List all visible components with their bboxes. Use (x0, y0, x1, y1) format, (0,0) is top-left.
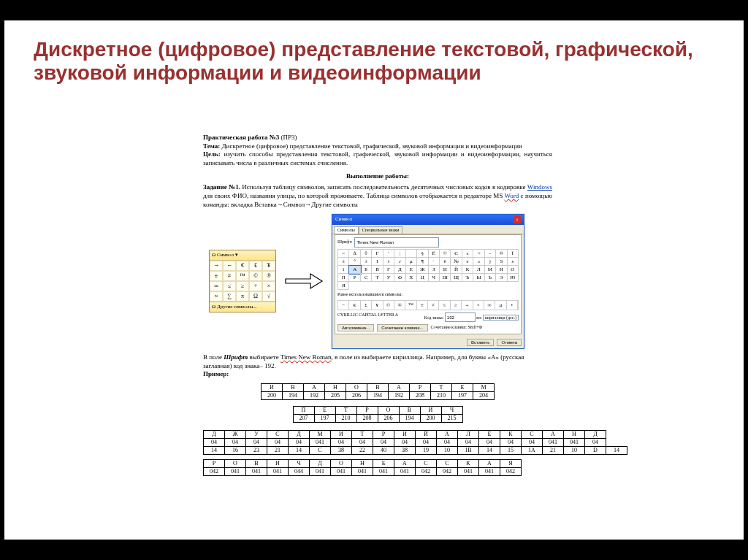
recent-cell[interactable]: • (507, 301, 518, 310)
char-cell[interactable]: Н (496, 266, 507, 274)
char-cell[interactable]: М (485, 266, 496, 274)
char-cell[interactable]: є (462, 258, 473, 266)
char-cell[interactable]: ◊ (361, 250, 372, 258)
char-cell[interactable]: А (349, 266, 360, 274)
char-cell[interactable]: ѕ (508, 258, 519, 266)
char-cell[interactable]: Ф (394, 274, 405, 282)
symbol-cell[interactable]: π (236, 291, 249, 302)
char-cell[interactable]: С (361, 274, 372, 282)
char-cell[interactable]: ± (361, 258, 372, 266)
char-cell[interactable]: Ё (429, 250, 440, 258)
symbol-cell[interactable]: ± (210, 271, 223, 281)
symbol-cell[interactable]: € (236, 261, 249, 271)
char-cell[interactable]: µ (406, 258, 417, 266)
symbol-cell[interactable]: © (249, 271, 262, 281)
symbol-dropdown-header[interactable]: Ω Символ ▾ (210, 250, 275, 261)
recent-cell[interactable]: ∞ (484, 301, 495, 310)
symbol-cell[interactable]: ← (223, 261, 236, 271)
char-cell[interactable]: Ѕ (496, 258, 507, 266)
char-cell[interactable]: Г (383, 266, 394, 274)
char-cell[interactable]: © (440, 250, 451, 258)
char-cell[interactable]: ° (349, 258, 360, 266)
char-cell[interactable]: З (429, 266, 440, 274)
symbol-cell[interactable]: → (210, 261, 223, 271)
symbol-cell[interactable]: ≈ (210, 291, 223, 302)
char-cell[interactable]: ¬ (473, 250, 484, 258)
recent-cell[interactable]: ¥ (372, 301, 383, 310)
word-link[interactable]: Word (505, 192, 519, 199)
char-cell[interactable]: ґ (394, 258, 405, 266)
cancel-button[interactable]: Отмена (497, 339, 522, 346)
char-cell[interactable]: ~ (338, 250, 349, 258)
char-cell[interactable]: Т (372, 274, 383, 282)
char-cell[interactable]: Ж (417, 266, 428, 274)
char-cell[interactable]: ї (338, 266, 349, 274)
symbol-cell[interactable]: Ω (249, 291, 262, 302)
symbol-cell[interactable]: ¥ (262, 261, 275, 271)
symbol-cell[interactable]: £ (249, 261, 262, 271)
char-cell[interactable]: Є (451, 250, 462, 258)
char-cell[interactable]: Ы (473, 274, 484, 282)
char-cell[interactable]: Ъ (462, 274, 473, 282)
char-cell[interactable]: Ш (440, 274, 451, 282)
char-cell[interactable]: Л (473, 266, 484, 274)
recent-cell[interactable]: ≤ (439, 301, 450, 310)
char-cell[interactable]: П (338, 274, 349, 282)
symbol-cell[interactable]: ≥ (236, 281, 249, 291)
symbol-cell[interactable]: ≠ (223, 271, 236, 281)
char-cell[interactable]: Ь (485, 274, 496, 282)
char-cell[interactable]: Ч (429, 274, 440, 282)
symbol-cell[interactable]: ÷ (249, 281, 262, 291)
char-cell[interactable]: Х (406, 274, 417, 282)
char-cell[interactable]: Ю (508, 274, 519, 282)
recent-cell[interactable]: € (349, 301, 360, 310)
code-input[interactable] (445, 312, 476, 322)
symbol-cell[interactable]: ≤ (223, 281, 236, 291)
char-cell[interactable]: В (372, 266, 383, 274)
shortcut-button[interactable]: Сочетание клавиш... (377, 324, 427, 331)
char-cell[interactable]: Й (451, 266, 462, 274)
symbol-cell[interactable]: √ (262, 291, 275, 302)
char-cell[interactable]: К (462, 266, 473, 274)
char-grid[interactable]: ~∆◊Γ'¦ §Ё©Є«¬-®Ї±°±Ііґµ¶·ё№є»јЅѕїАБВГДЕЖ… (337, 249, 519, 290)
char-cell[interactable]: ' (383, 250, 394, 258)
char-cell[interactable]: У (383, 274, 394, 282)
char-cell[interactable] (406, 250, 417, 258)
recent-cell[interactable]: © (383, 301, 394, 310)
recent-cell[interactable]: ™ (405, 301, 416, 310)
symbol-cell[interactable]: × (262, 281, 275, 291)
close-icon[interactable]: × (514, 216, 521, 223)
font-select[interactable] (354, 237, 439, 248)
recent-cell[interactable]: − (338, 301, 349, 310)
char-cell[interactable]: Ц (417, 274, 428, 282)
symbol-cell[interactable]: ™ (236, 271, 249, 281)
recent-cell[interactable]: £ (361, 301, 372, 310)
char-cell[interactable]: і (383, 258, 394, 266)
recent-cell[interactable]: ® (394, 301, 405, 310)
char-cell[interactable]: О (508, 266, 519, 274)
tab-special[interactable]: Специальные знаки (359, 226, 403, 234)
char-cell[interactable]: Γ (372, 250, 383, 258)
insert-button[interactable]: Вставить (467, 339, 494, 346)
char-cell[interactable]: Е (406, 266, 417, 274)
char-cell[interactable]: И (440, 266, 451, 274)
char-cell[interactable]: Э (496, 274, 507, 282)
symbol-cell[interactable]: ® (262, 271, 275, 281)
char-cell[interactable]: Б (361, 266, 372, 274)
recent-cell[interactable]: ≠ (428, 301, 439, 310)
char-cell[interactable]: Р (349, 274, 360, 282)
char-cell[interactable]: ¶ (417, 258, 428, 266)
recent-cell[interactable]: µ (495, 301, 506, 310)
char-cell[interactable]: ® (496, 250, 507, 258)
char-cell[interactable]: І (372, 258, 383, 266)
recent-cell[interactable]: ÷ (462, 301, 473, 310)
char-cell[interactable]: Д (394, 266, 405, 274)
char-cell[interactable]: § (417, 250, 428, 258)
tab-symbols[interactable]: Символы (334, 226, 359, 234)
recent-cell[interactable]: ± (417, 301, 428, 310)
char-cell[interactable]: » (473, 258, 484, 266)
other-symbols-button[interactable]: Ω Другие символы... (210, 302, 275, 312)
recent-cell[interactable]: × (473, 301, 484, 310)
char-cell[interactable]: № (451, 258, 462, 266)
char-cell[interactable]: · (429, 258, 440, 266)
